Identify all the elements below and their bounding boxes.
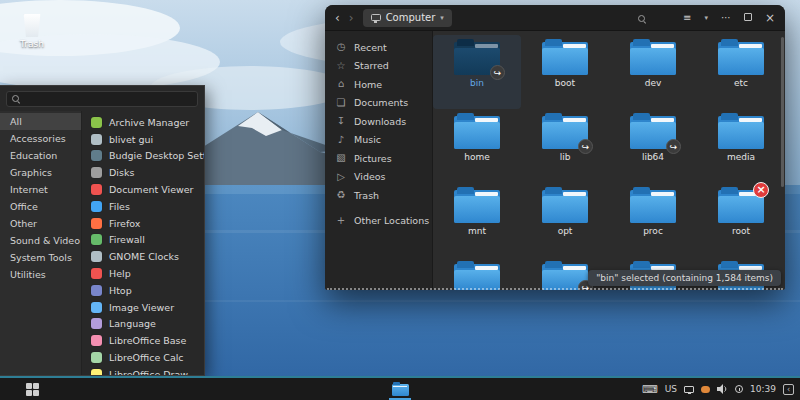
media[interactable]: media [697, 109, 785, 183]
folder-icon [542, 39, 588, 75]
menu-category[interactable]: Accessories [0, 130, 81, 147]
menu-app-label: LibreOffice Draw [109, 369, 188, 375]
folder-name: lib [560, 152, 571, 162]
desktop-trash[interactable]: Trash [12, 14, 52, 49]
folder-name: proc [643, 226, 663, 236]
sidebar-place-label: Starred [354, 60, 389, 71]
tray-expander-icon[interactable] [783, 384, 794, 395]
menu-category[interactable]: Other [0, 215, 81, 232]
blivet-gui-icon [91, 134, 102, 145]
sidebar-place[interactable]: ↧ Downloads [325, 112, 432, 131]
sidebar-place[interactable]: ◷ Recent [325, 38, 432, 57]
taskbar-center [387, 378, 413, 400]
firefox-icon [91, 218, 102, 229]
image-viewer-icon [91, 302, 102, 313]
sidebar-place[interactable]: ❏ Documents [325, 94, 432, 113]
libreoffice-calc-icon [91, 352, 102, 363]
folder-item[interactable] [433, 257, 521, 290]
menu-app-item[interactable]: LibreOffice Base [82, 332, 204, 349]
menu-app-item[interactable]: Disks [82, 164, 204, 181]
menu-app-item[interactable]: Document Viewer [82, 181, 204, 198]
sidebar-place[interactable]: ☆ Starred [325, 57, 432, 76]
menu-search-input[interactable] [6, 91, 198, 107]
opt[interactable]: opt [521, 183, 609, 257]
view-list-button[interactable]: ≡ [683, 12, 691, 23]
folder-name: lib64 [642, 152, 664, 162]
menu-app-item[interactable]: Files [82, 198, 204, 215]
bin[interactable]: bin [433, 35, 521, 109]
folder-icon [454, 113, 500, 149]
back-button[interactable]: ‹ [335, 12, 340, 24]
dev[interactable]: dev [609, 35, 697, 109]
boot[interactable]: boot [521, 35, 609, 109]
menu-category[interactable]: System Tools [0, 249, 81, 266]
firewall-icon [91, 234, 102, 245]
menu-category[interactable]: Sound & Video [0, 232, 81, 249]
menu-body: AllAccessoriesEducationGraphicsInternetO… [0, 111, 204, 375]
sidebar-place[interactable]: ▷ Videos [325, 168, 432, 187]
menu-app-item[interactable]: Image Viewer [82, 299, 204, 316]
menu-category[interactable]: Graphics [0, 164, 81, 181]
menu-category[interactable]: Education [0, 147, 81, 164]
other-locations-icon: + [335, 216, 347, 226]
menu-app-item[interactable]: Budgie Desktop Settings [82, 148, 204, 165]
keyboard-icon[interactable]: ⌨ [642, 384, 658, 395]
menu-category[interactable]: Internet [0, 181, 81, 198]
libreoffice-base-icon [91, 335, 102, 346]
menu-app-item[interactable]: Htop [82, 282, 204, 299]
network-icon[interactable] [701, 386, 710, 393]
forward-button[interactable]: › [349, 12, 354, 24]
sidebar-place[interactable]: ⌂ Home [325, 75, 432, 94]
menu-category[interactable]: All [0, 113, 81, 130]
menu-app-item[interactable]: LibreOffice Calc [82, 349, 204, 366]
mnt[interactable]: mnt [433, 183, 521, 257]
volume-icon[interactable] [717, 384, 728, 394]
taskbar-time[interactable]: 10:39 [750, 384, 776, 394]
menu-app-item[interactable]: Help [82, 265, 204, 282]
menu-app-label: Files [109, 201, 130, 212]
folder-view: bin boot dev [433, 31, 785, 290]
lib[interactable]: lib [521, 109, 609, 183]
htop-icon [91, 285, 102, 296]
menu-app-item[interactable]: GNOME Clocks [82, 248, 204, 265]
keyboard-layout[interactable]: US [665, 384, 677, 394]
sidebar-place[interactable]: ▧ Pictures [325, 149, 432, 168]
app-grid-button[interactable] [26, 383, 39, 396]
close-button[interactable]: × [765, 11, 775, 25]
folder-grid: bin boot dev [433, 35, 785, 257]
root[interactable]: root [697, 183, 785, 257]
folder-icon [454, 39, 500, 75]
search-button[interactable] [638, 8, 646, 27]
proc[interactable]: proc [609, 183, 697, 257]
menu-app-item[interactable]: Firewall [82, 232, 204, 249]
sidebar-place[interactable]: ♪ Music [325, 131, 432, 150]
lib64[interactable]: lib64 [609, 109, 697, 183]
menu-category[interactable]: Utilities [0, 266, 81, 283]
headerbar-actions: ≡ ▾ ⋯ × [683, 11, 775, 25]
sidebar-place-label: Trash [354, 190, 379, 201]
maximize-button[interactable] [744, 12, 752, 23]
menu-category[interactable]: Office [0, 198, 81, 215]
menu-app-item[interactable]: Archive Manager [82, 114, 204, 131]
sidebar-place[interactable]: + Other Locations [325, 212, 432, 231]
menu-app-item[interactable]: Language [82, 316, 204, 333]
taskbar-files-button[interactable] [387, 378, 413, 400]
menu-app-item[interactable]: blivet gui [82, 131, 204, 148]
location-button[interactable]: Computer ▾ [363, 9, 452, 27]
display-icon[interactable] [684, 386, 694, 393]
menu-app-item[interactable]: LibreOffice Draw [82, 366, 204, 375]
window-menu-button[interactable]: ⋯ [721, 12, 731, 23]
etc[interactable]: etc [697, 35, 785, 109]
clock-icon[interactable] [735, 385, 743, 393]
scrollbar[interactable] [781, 37, 784, 187]
gnome-clocks-icon [91, 251, 102, 262]
starred-icon: ☆ [335, 61, 347, 71]
sidebar-place[interactable]: ♻ Trash [325, 186, 432, 205]
view-options-chevron-icon[interactable]: ▾ [704, 14, 708, 22]
sidebar-place-label: Downloads [354, 116, 406, 127]
search-icon [638, 15, 646, 23]
home[interactable]: home [433, 109, 521, 183]
sidebar-place-label: Music [354, 134, 381, 145]
emblem-icon [666, 139, 681, 154]
menu-app-item[interactable]: Firefox [82, 215, 204, 232]
